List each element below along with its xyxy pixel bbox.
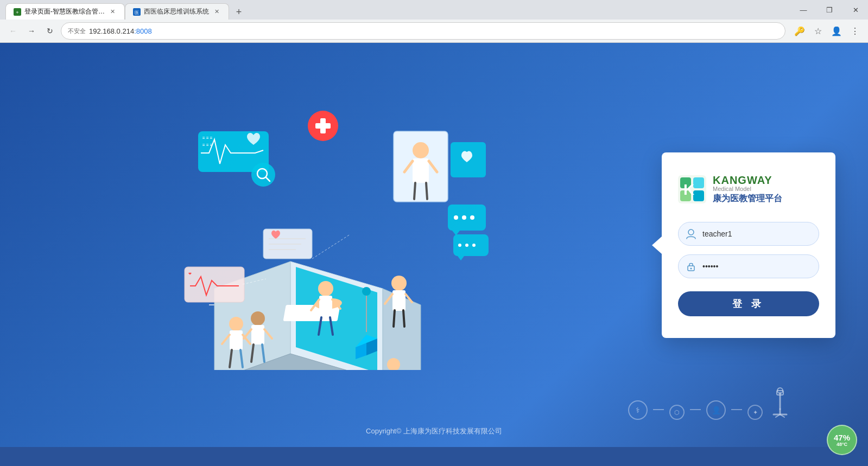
svg-text:❤: ❤	[188, 272, 192, 276]
svg-point-97	[688, 229, 694, 235]
svg-point-18	[251, 163, 275, 187]
tab-2[interactable]: 医 西医临床思维训练系统 ✕	[125, 3, 229, 20]
svg-point-89	[470, 215, 474, 220]
svg-line-16	[426, 183, 427, 199]
back-button[interactable]: ←	[5, 23, 21, 39]
svg-text:K: K	[683, 181, 694, 198]
user-icon	[686, 228, 696, 239]
svg-rect-9	[315, 123, 331, 129]
svg-point-22	[458, 244, 461, 247]
logo-icon: K	[678, 175, 706, 203]
svg-point-24	[472, 244, 476, 247]
deco-icons: ⚕ ⬡ 👤 ✦	[628, 387, 792, 420]
svg-point-11	[413, 142, 429, 158]
profile-icon[interactable]: 👤	[829, 23, 844, 39]
tab-bar: + 登录页面-智慧医教综合管理平台 ✕ 医 西医临床思维训练系统 ✕ + — ❐…	[0, 0, 868, 20]
forward-button[interactable]: →	[24, 23, 39, 39]
illustration-area: ≡ ≡ ≡ ≡ ≡ ≡	[0, 43, 662, 447]
medical-illustration: ≡ ≡ ≡ ≡ ≡ ≡	[155, 110, 508, 381]
deco-icon-2: ⬡	[669, 405, 685, 420]
svg-point-39	[391, 276, 407, 291]
copyright: Copyright© 上海康为医疗科技发展有限公司	[366, 426, 502, 436]
close-button[interactable]: ✕	[843, 0, 868, 20]
svg-rect-52	[251, 325, 264, 344]
logo-text-group: KANGWAY Medical Model 康为医教管理平台	[713, 174, 782, 205]
svg-point-87	[454, 215, 458, 220]
toolbar-icons: 🔑 ☆ 👤 ⋮	[792, 23, 863, 39]
menu-icon[interactable]: ⋮	[847, 23, 863, 39]
password-group	[678, 254, 819, 278]
deco-line-2	[690, 409, 701, 410]
svg-point-57	[318, 281, 333, 296]
svg-text:≡ ≡ ≡: ≡ ≡ ≡	[202, 143, 213, 148]
temp-widget: 47% 48°C	[827, 425, 857, 447]
tab2-favicon: 医	[133, 8, 141, 16]
tab1-label: 登录页面-智慧医教综合管理平台	[24, 7, 105, 16]
svg-point-99	[690, 267, 692, 269]
address-bar[interactable]: 不安全 192.168.0.214:8008	[61, 22, 785, 40]
window-controls: — ❐ ✕	[791, 0, 868, 20]
svg-line-43	[394, 310, 395, 327]
svg-point-88	[462, 215, 466, 220]
deco-icon-1: ⚕	[628, 400, 648, 420]
minimize-button[interactable]: —	[791, 0, 816, 20]
password-input[interactable]	[678, 254, 819, 278]
address-url: 192.168.0.214:8008	[89, 27, 152, 35]
brand-medical: Medical Model	[713, 186, 782, 192]
svg-rect-86	[448, 205, 486, 231]
svg-line-85	[312, 234, 350, 259]
username-group	[678, 222, 819, 246]
deco-icon-4: ✦	[747, 405, 763, 420]
svg-rect-78	[185, 267, 244, 302]
svg-text:医: 医	[135, 10, 139, 15]
maximize-button[interactable]: ❐	[817, 0, 842, 20]
browser-chrome: + 登录页面-智慧医教综合管理平台 ✕ 医 西医临床思维训练系统 ✕ + — ❐…	[0, 0, 868, 43]
bookmark-icon[interactable]: ☆	[810, 23, 826, 39]
svg-point-34	[362, 287, 371, 296]
tab-1[interactable]: + 登录页面-智慧医教综合管理平台 ✕	[5, 3, 125, 20]
security-label: 不安全	[68, 27, 86, 35]
address-bar-row: ← → ↻ 不安全 192.168.0.214:8008 🔑 ☆ 👤 ⋮	[0, 20, 868, 42]
brand-name: KANGWAY Medical Model	[713, 174, 782, 192]
svg-line-15	[414, 183, 415, 199]
tab1-close[interactable]: ✕	[108, 8, 117, 16]
svg-text:≡ ≡ ≡: ≡ ≡ ≡	[202, 136, 213, 141]
username-input[interactable]	[678, 222, 819, 246]
login-button[interactable]: 登 录	[678, 291, 819, 316]
svg-rect-40	[392, 290, 406, 311]
svg-point-45	[229, 317, 243, 331]
login-logo: K KANGWAY Medical Model 康为医教管理平台	[678, 174, 819, 205]
svg-marker-25	[458, 256, 464, 260]
svg-rect-46	[230, 330, 243, 350]
svg-rect-93	[693, 190, 704, 201]
key-icon[interactable]: 🔑	[792, 23, 807, 39]
deco-line-1	[653, 409, 664, 410]
page-content: ≡ ≡ ≡ ≡ ≡ ≡	[0, 43, 868, 447]
svg-text:+: +	[16, 10, 18, 15]
svg-point-23	[465, 244, 468, 247]
deco-icon-3: 👤	[706, 400, 726, 420]
svg-point-51	[251, 311, 265, 325]
tab2-label: 西医临床思维训练系统	[144, 7, 209, 16]
brand-subtitle: 康为医教管理平台	[713, 193, 782, 205]
svg-rect-12	[413, 158, 429, 183]
temp-value: 48°C	[837, 442, 847, 447]
tab1-favicon: +	[14, 8, 21, 16]
login-card: K KANGWAY Medical Model 康为医教管理平台	[662, 152, 835, 338]
lock-icon	[686, 261, 696, 272]
tab2-close[interactable]: ✕	[212, 8, 221, 16]
svg-rect-95	[693, 177, 704, 188]
deco-line-3	[731, 409, 742, 410]
refresh-button[interactable]: ↻	[42, 23, 58, 39]
new-tab-button[interactable]: +	[231, 4, 246, 20]
microscope-icon	[768, 387, 792, 420]
temp-percent: 47%	[834, 433, 850, 442]
svg-rect-58	[319, 296, 332, 317]
svg-line-44	[403, 310, 404, 327]
